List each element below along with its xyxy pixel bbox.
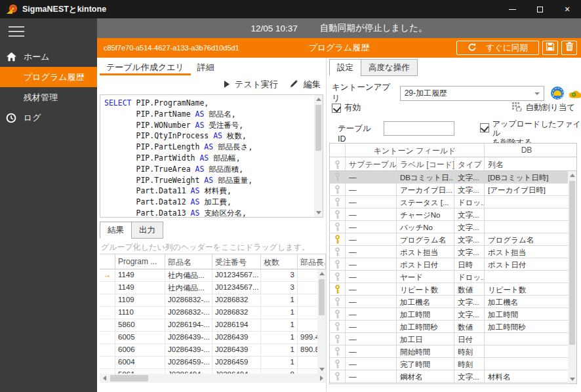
close-button[interactable]: ×: [553, 0, 581, 18]
mapping-row[interactable]: —加工日日付: [330, 333, 568, 345]
cloud-app-icon[interactable]: [569, 88, 581, 98]
mapping-row[interactable]: —加工時間文字...加工時間: [330, 308, 568, 321]
mapping-vscrollbar[interactable]: [568, 171, 576, 383]
tab-settings[interactable]: 設定: [329, 59, 361, 76]
results-hscroll-thumb[interactable]: [110, 375, 148, 382]
key-icon[interactable]: [330, 321, 346, 332]
column-header[interactable]: 枚数: [261, 254, 298, 269]
tab-advanced[interactable]: 高度な操作: [361, 59, 418, 76]
sidebar-item-1[interactable]: プログラム履歴: [0, 67, 97, 87]
mapping-row[interactable]: —リピート数数値リピート数: [330, 283, 568, 296]
column-header[interactable]: Program ...: [115, 254, 165, 269]
mapping-row[interactable]: —DBコミット日...文字...[DBコミット日時]: [330, 171, 568, 184]
scroll-up-icon[interactable]: [568, 171, 576, 180]
table-row[interactable]: 1109J0286832-...J02868321: [100, 294, 326, 307]
column-header[interactable]: 部品名: [165, 254, 212, 269]
save-button[interactable]: [542, 41, 558, 55]
scroll-down-icon[interactable]: [317, 365, 326, 374]
key-icon[interactable]: [330, 171, 346, 183]
maximize-button[interactable]: [526, 0, 553, 18]
table-id-input[interactable]: [384, 121, 454, 136]
key-icon[interactable]: [330, 283, 346, 295]
results-grid-vscrollbar[interactable]: [317, 269, 326, 374]
dbcolumn-column-header[interactable]: 列名: [485, 157, 569, 170]
column-header[interactable]: 部品長さ: [298, 254, 326, 269]
key-icon[interactable]: [330, 184, 346, 195]
scroll-down-icon[interactable]: [568, 375, 576, 383]
mapping-row[interactable]: —チャージNo文字...: [330, 208, 568, 221]
sidebar-item-3[interactable]: ログ: [0, 108, 97, 128]
mapping-row[interactable]: —完了時間時刻: [330, 358, 568, 370]
delete-button[interactable]: [561, 41, 577, 55]
minimize-button[interactable]: [498, 0, 526, 18]
sync-now-button[interactable]: すぐに同期: [456, 41, 539, 55]
tab-table-query[interactable]: テーブル作成クエリ: [100, 58, 191, 75]
mapping-scroll-thumb[interactable]: [569, 181, 575, 345]
results-scroll-thumb[interactable]: [319, 279, 325, 315]
label-column-header[interactable]: ラベル [コード]: [397, 157, 454, 170]
mapping-row[interactable]: —加工機名文字...加工機名: [330, 296, 568, 308]
key-icon[interactable]: [330, 208, 346, 220]
scroll-right-icon[interactable]: [317, 374, 326, 383]
key-icon[interactable]: [330, 370, 346, 382]
delete-uploaded-checkbox[interactable]: [480, 123, 489, 132]
key-icon[interactable]: [330, 233, 346, 245]
key-icon[interactable]: [330, 333, 346, 345]
table-row[interactable]: 6005J0286439-...J02864391999.45: [100, 332, 326, 344]
mapping-row[interactable]: —プログラム名文字...プログラム名: [330, 233, 568, 246]
sidebar-item-2[interactable]: 残材管理: [0, 87, 97, 108]
kintone-icon[interactable]: [551, 87, 564, 100]
edit-button[interactable]: 編集: [290, 79, 321, 90]
sidebar-item-0[interactable]: ホーム: [0, 47, 97, 67]
sql-editor[interactable]: SELECT PIP.ProgramName, PIP.PartName AS …: [100, 94, 323, 218]
key-icon[interactable]: [330, 358, 346, 370]
enabled-checkbox[interactable]: [332, 104, 341, 113]
mapping-row[interactable]: —バッチNo文字...: [330, 221, 568, 233]
mapping-row[interactable]: —アーカイブ日...文字...[アーカイブ日時]: [330, 184, 568, 196]
mapping-row[interactable]: —ポスト日付日時ポスト日付: [330, 258, 568, 271]
results-grid-hscrollbar[interactable]: [100, 374, 326, 383]
sql-scroll-thumb[interactable]: [315, 105, 321, 151]
table-row[interactable]: 1110J0286832-...J02868321: [100, 307, 326, 319]
auto-assign-button[interactable]: 自動割り当て: [512, 102, 575, 113]
scroll-up-icon[interactable]: [314, 95, 323, 104]
sync-now-label: すぐに同期: [486, 43, 527, 54]
scroll-down-icon[interactable]: [314, 208, 323, 217]
scroll-left-icon[interactable]: [100, 374, 109, 383]
mapping-row[interactable]: —加工時間秒数値加工時間秒: [330, 321, 568, 333]
subtable-column-header[interactable]: サブテーブル: [346, 157, 397, 170]
table-row[interactable]: 1149社内備品...J01234567...3: [100, 282, 326, 294]
table-row[interactable]: 6006J0286439-...J02864391890.88: [100, 344, 326, 357]
mapping-row[interactable]: —ヤードドロッ...: [330, 271, 568, 283]
mapping-row[interactable]: —鋼材名文字...材料名: [330, 370, 568, 383]
settings-tabs: 設定 高度な操作: [329, 59, 417, 76]
table-row[interactable]: →1149社内備品...J01234567...3: [100, 269, 326, 282]
key-icon[interactable]: [330, 196, 346, 208]
tab-output[interactable]: 出力: [131, 222, 163, 239]
key-icon[interactable]: [330, 258, 346, 270]
key-icon[interactable]: [330, 246, 346, 258]
key-icon[interactable]: [330, 308, 346, 320]
hamburger-menu-button[interactable]: [0, 18, 97, 47]
column-header[interactable]: 受注番号: [212, 254, 261, 269]
table-row[interactable]: 6004J0286459-...J02864591: [100, 357, 326, 369]
grid-cell: J0286459-...: [165, 357, 212, 368]
current-row-indicator: [100, 319, 115, 331]
tab-details[interactable]: 詳細: [191, 58, 221, 75]
sql-scrollbar[interactable]: [314, 95, 323, 217]
edit-label: 編集: [304, 79, 321, 90]
mapping-row[interactable]: —開始時間時刻: [330, 345, 568, 358]
key-icon[interactable]: [330, 221, 346, 233]
key-icon[interactable]: [330, 296, 346, 307]
test-run-button[interactable]: テスト実行: [224, 79, 278, 90]
tab-results[interactable]: 結果: [100, 222, 132, 239]
key-icon[interactable]: [330, 271, 346, 283]
mapping-row[interactable]: —ポスト担当文字...ポスト担当: [330, 246, 568, 258]
mapping-group-header: キントーン フィールド DB: [330, 144, 576, 157]
type-column-header[interactable]: タイプ: [454, 157, 485, 170]
scroll-up-icon[interactable]: [317, 269, 326, 278]
key-icon[interactable]: [330, 345, 346, 357]
mapping-row[interactable]: —ステータス [...ドロッ...: [330, 196, 568, 208]
kintone-app-select[interactable]: 29-加工履歴: [400, 86, 544, 101]
table-row[interactable]: 5860J0286194-...J02861941: [100, 319, 326, 332]
